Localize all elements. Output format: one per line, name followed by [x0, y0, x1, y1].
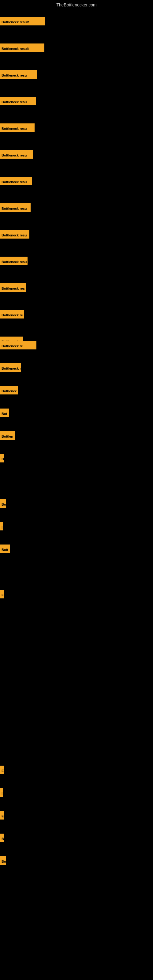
bar-label-9: Bottleneck resu — [0, 230, 29, 239]
bottleneck-bar-25: | — [0, 788, 3, 797]
bottleneck-bar-26: E — [0, 811, 4, 819]
bar-label-8: Bottleneck resu — [0, 204, 30, 212]
bar-label-26: E — [0, 811, 4, 819]
bar-label-1: Bottleneck result — [0, 17, 45, 25]
bar-label-6: Bottleneck resu — [0, 150, 33, 159]
bottleneck-bar-1: Bottleneck result — [0, 17, 45, 25]
bottleneck-bar-22: Bott — [0, 544, 10, 553]
site-title: TheBottlenecker.com — [0, 0, 153, 10]
bar-label-22: Bott — [0, 544, 10, 553]
bottleneck-bar-5: Bottleneck resu — [0, 123, 35, 132]
bottleneck-bar-21: | — [0, 522, 3, 530]
bottleneck-bar-18: Bottlen — [0, 431, 15, 440]
bar-label-16: Bottlenec — [0, 386, 18, 395]
bottleneck-bar-15: Bottleneck re — [0, 363, 21, 372]
bottleneck-bar-2: Bottleneck result — [0, 43, 45, 52]
bottleneck-bar-9: Bottleneck resu — [0, 230, 29, 239]
bar-label-10: Bottleneck resu — [0, 257, 27, 265]
bar-label-24: E — [0, 766, 4, 774]
bar-label-28: Bo — [0, 856, 6, 865]
bar-label-14: Bottleneck re — [0, 341, 37, 350]
bar-label-20: Bo — [0, 499, 6, 508]
bottleneck-bar-12: Bottleneck re — [0, 310, 24, 318]
bottleneck-bar-23: E — [0, 590, 4, 598]
bottleneck-bar-20: Bo — [0, 499, 6, 508]
bar-label-3: Bottleneck resu — [0, 70, 37, 79]
bar-label-7: Bottleneck resu — [0, 177, 32, 185]
bar-label-23: E — [0, 590, 4, 598]
bar-label-5: Bottleneck resu — [0, 123, 35, 132]
bottleneck-bar-17: Bot — [0, 409, 9, 417]
bar-label-27: B — [0, 834, 4, 842]
bar-label-2: Bottleneck result — [0, 43, 45, 52]
bar-label-12: Bottleneck re — [0, 310, 24, 318]
bar-label-18: Bottlen — [0, 431, 15, 440]
bottleneck-bar-4: Bottleneck resu — [0, 97, 36, 105]
bottleneck-bar-7: Bottleneck resu — [0, 177, 32, 185]
bar-label-19: B — [0, 454, 4, 463]
bottleneck-bar-16: Bottlenec — [0, 386, 18, 395]
bar-label-11: Bottleneck res — [0, 283, 26, 292]
bottleneck-bar-11: Bottleneck res — [0, 283, 26, 292]
bar-label-21: | — [0, 522, 3, 530]
bar-label-4: Bottleneck resu — [0, 97, 36, 105]
bottleneck-bar-24: E — [0, 766, 4, 774]
bottleneck-bar-28: Bo — [0, 856, 6, 865]
bar-label-25: | — [0, 788, 3, 797]
bar-label-17: Bot — [0, 409, 9, 417]
bottleneck-bar-3: Bottleneck resu — [0, 70, 37, 79]
bottleneck-bar-14: Bottleneck re — [0, 341, 37, 350]
bar-label-15: Bottleneck re — [0, 363, 21, 372]
bottleneck-bar-6: Bottleneck resu — [0, 150, 33, 159]
bottleneck-bar-10: Bottleneck resu — [0, 257, 27, 265]
bottleneck-bar-27: B — [0, 834, 4, 842]
bottleneck-bar-8: Bottleneck resu — [0, 204, 30, 212]
bottleneck-bar-19: B — [0, 454, 4, 463]
